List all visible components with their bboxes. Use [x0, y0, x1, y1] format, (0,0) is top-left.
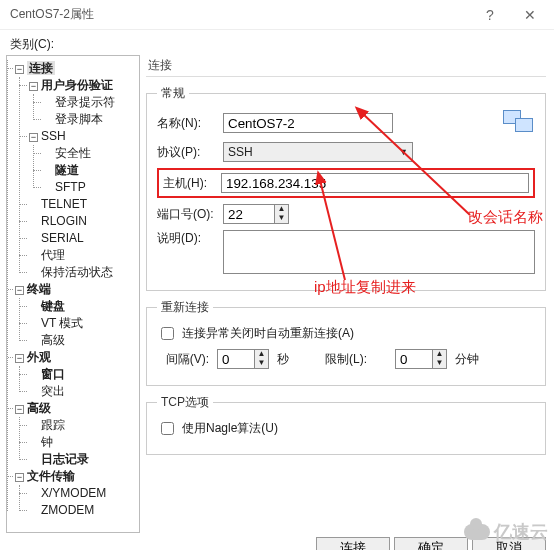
port-label: 端口号(O): [157, 206, 219, 223]
tree-node-telnet[interactable]: TELNET [41, 197, 87, 211]
titlebar: CentOS7-2属性 ? ✕ [0, 0, 554, 30]
tree-node-appearance[interactable]: 外观 [27, 350, 51, 364]
port-spinner[interactable]: ▲▼ [223, 204, 289, 224]
general-group: 常规 名称(N): 协议(P): SSH ▼ 主机(H): 端口号(O): [146, 85, 546, 291]
tree-node-advanced2[interactable]: 高级 [27, 401, 51, 415]
auto-reconnect-checkbox[interactable] [161, 327, 174, 340]
tree-node-sftp[interactable]: SFTP [55, 180, 86, 194]
limit-spinner[interactable]: ▲▼ [395, 349, 447, 369]
ok-button[interactable]: 确定 [394, 537, 468, 550]
tree-node-bell[interactable]: 钟 [41, 435, 53, 449]
tree-node-login-script[interactable]: 登录脚本 [55, 112, 103, 126]
monitor-icon [503, 110, 535, 136]
spin-down-icon[interactable]: ▼ [254, 359, 268, 368]
tree-node-rlogin[interactable]: RLOGIN [41, 214, 87, 228]
limit-input[interactable] [396, 350, 432, 368]
tree-node-connection[interactable]: 连接 [27, 61, 55, 75]
collapse-icon[interactable]: − [15, 473, 24, 482]
tree-node-xymodem[interactable]: X/YMODEM [41, 486, 106, 500]
reconnect-group: 重新连接 连接异常关闭时自动重新连接(A) 间隔(V): ▲▼ 秒 限制(L):… [146, 299, 546, 386]
tree-node-vt-mode[interactable]: VT 模式 [41, 316, 83, 330]
collapse-icon[interactable]: − [15, 354, 24, 363]
desc-textarea[interactable] [223, 230, 535, 274]
name-label: 名称(N): [157, 115, 219, 132]
collapse-icon[interactable]: − [29, 82, 38, 91]
interval-spinner[interactable]: ▲▼ [217, 349, 269, 369]
host-row-highlight: 主机(H): [157, 168, 535, 198]
reconnect-legend: 重新连接 [157, 299, 213, 316]
tree-node-serial[interactable]: SERIAL [41, 231, 84, 245]
tcp-legend: TCP选项 [157, 394, 213, 411]
tree-node-logging[interactable]: 日志记录 [41, 452, 89, 466]
tree-node-keepalive[interactable]: 保持活动状态 [41, 265, 113, 279]
collapse-icon[interactable]: − [29, 133, 38, 142]
interval-label: 间隔(V): [157, 351, 209, 368]
host-label: 主机(H): [163, 175, 221, 192]
tree-node-proxy[interactable]: 代理 [41, 248, 65, 262]
nagle-label: 使用Nagle算法(U) [182, 420, 278, 437]
tree-node-ssh[interactable]: SSH [41, 129, 66, 143]
auto-reconnect-label: 连接异常关闭时自动重新连接(A) [182, 325, 354, 342]
button-bar: 连接 确定 取消 [0, 533, 554, 550]
tree-node-trace[interactable]: 跟踪 [41, 418, 65, 432]
protocol-label: 协议(P): [157, 144, 219, 161]
tree-node-user-auth[interactable]: 用户身份验证 [41, 78, 113, 92]
tree-node-zmodem[interactable]: ZMODEM [41, 503, 94, 517]
nagle-checkbox[interactable] [161, 422, 174, 435]
collapse-icon[interactable]: − [15, 405, 24, 414]
protocol-select[interactable]: SSH ▼ [223, 142, 413, 162]
help-button[interactable]: ? [470, 7, 510, 23]
desc-label: 说明(D): [157, 230, 219, 247]
name-input[interactable] [223, 113, 393, 133]
tree-node-keyboard[interactable]: 键盘 [41, 299, 65, 313]
tree-node-highlight[interactable]: 突出 [41, 384, 65, 398]
spin-down-icon[interactable]: ▼ [274, 214, 288, 223]
seconds-label: 秒 [277, 351, 289, 368]
window-title: CentOS7-2属性 [10, 6, 94, 23]
tree-node-login-prompt[interactable]: 登录提示符 [55, 95, 115, 109]
general-legend: 常规 [157, 85, 189, 102]
port-input[interactable] [224, 205, 274, 223]
tcp-group: TCP选项 使用Nagle算法(U) [146, 394, 546, 455]
minutes-label: 分钟 [455, 351, 479, 368]
interval-input[interactable] [218, 350, 254, 368]
tree-node-tunnel[interactable]: 隧道 [55, 163, 79, 177]
close-button[interactable]: ✕ [510, 7, 550, 23]
host-input[interactable] [221, 173, 529, 193]
category-label: 类别(C): [0, 30, 554, 55]
spin-down-icon[interactable]: ▼ [432, 359, 446, 368]
category-tree[interactable]: −连接 −用户身份验证 ·登录提示符 ·登录脚本 −SSH ·安全性 ·隧道 ·… [6, 55, 140, 533]
tree-node-file-transfer[interactable]: 文件传输 [27, 469, 75, 483]
tree-node-advanced[interactable]: 高级 [41, 333, 65, 347]
cancel-button[interactable]: 取消 [472, 537, 546, 550]
limit-label: 限制(L): [325, 351, 387, 368]
connect-button[interactable]: 连接 [316, 537, 390, 550]
panel-title: 连接 [146, 55, 546, 77]
chevron-down-icon: ▼ [399, 147, 408, 157]
tree-node-window[interactable]: 窗口 [41, 367, 65, 381]
tree-node-terminal[interactable]: 终端 [27, 282, 51, 296]
collapse-icon[interactable]: − [15, 286, 24, 295]
tree-node-security[interactable]: 安全性 [55, 146, 91, 160]
collapse-icon[interactable]: − [15, 65, 24, 74]
